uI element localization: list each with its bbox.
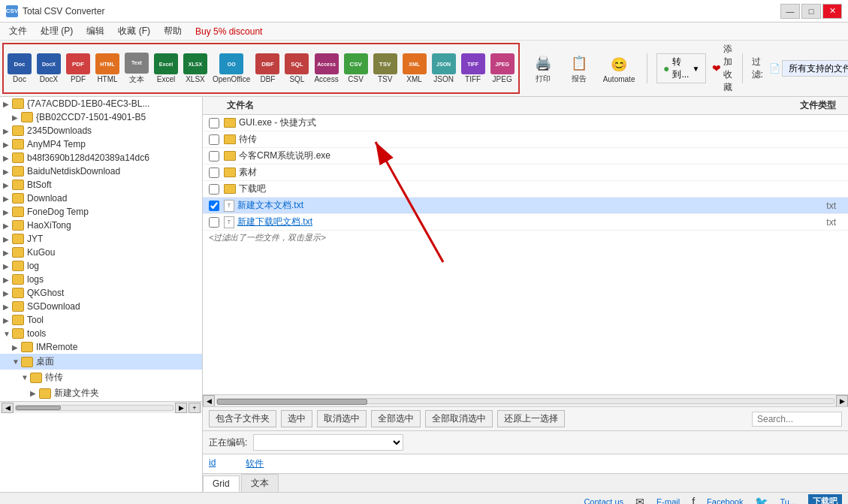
- file-checkbox[interactable]: [209, 118, 219, 128]
- close-button[interactable]: ✕: [822, 4, 842, 19]
- tree-item-t5[interactable]: ▶ b48f3690b128d420389a14dc6: [0, 151, 202, 164]
- format-tiff-button[interactable]: TIFF TIFF: [459, 52, 487, 85]
- scroll-left-button[interactable]: ◀: [2, 403, 14, 413]
- minimize-button[interactable]: —: [780, 4, 800, 19]
- convert-button[interactable]: ● 转到... ▼: [656, 53, 706, 83]
- file-row[interactable]: 素材: [203, 164, 848, 181]
- format-jpeg-button[interactable]: JPEG JPEG: [488, 52, 517, 85]
- format-access-button[interactable]: Access Access: [312, 52, 340, 85]
- h-scroll-right-button[interactable]: ▶: [836, 395, 848, 407]
- email-link[interactable]: E-mail: [656, 497, 680, 505]
- select-button[interactable]: 选中: [281, 410, 312, 427]
- file-checkbox[interactable]: [209, 134, 219, 145]
- tree-item-t16[interactable]: ▶ SGDownload: [0, 300, 202, 313]
- maximize-button[interactable]: □: [801, 4, 821, 19]
- format-json-button[interactable]: JSON JSON: [430, 52, 458, 85]
- twitter-link[interactable]: Tu...: [780, 497, 796, 505]
- deselect-button[interactable]: 取消选中: [317, 410, 367, 427]
- bottom-tabs: Grid 文本: [203, 473, 848, 492]
- print-button[interactable]: 🖨️ 打印: [528, 51, 558, 86]
- file-list: GUI.exe - 快捷方式 待传 今客CRM系统说明.exe: [203, 115, 848, 394]
- tree-item-t10[interactable]: ▶ HaoXiTong: [0, 219, 202, 232]
- tree-item-t11[interactable]: ▶ JYT: [0, 232, 202, 246]
- restore-button[interactable]: 还原上一选择: [497, 410, 565, 427]
- oo-icon: OO: [219, 53, 243, 74]
- tree-item-t17[interactable]: ▶ Tool: [0, 313, 202, 327]
- select-all-button[interactable]: 全部选中: [371, 410, 421, 427]
- file-row-selected[interactable]: T 新建文本文档.txt txt: [203, 198, 848, 214]
- format-xlsx-button[interactable]: XLSX XLSX: [181, 52, 210, 85]
- format-pdf-button[interactable]: PDF PDF: [64, 52, 92, 85]
- menu-discount[interactable]: Buy 5% discount: [189, 25, 268, 38]
- add-favorite-button[interactable]: ❤ 添加收藏: [712, 43, 733, 94]
- facebook-link[interactable]: Facebook: [707, 497, 743, 505]
- tree-item-t21[interactable]: ▼ 待传: [0, 370, 202, 385]
- file-checkbox[interactable]: [209, 201, 219, 211]
- tree-item-t19[interactable]: ▶ IMRemote: [0, 340, 202, 354]
- format-html-button[interactable]: HTML HTML: [93, 52, 122, 85]
- h-scrollbar: ◀ ▶: [203, 394, 848, 406]
- menu-edit[interactable]: 编辑: [80, 23, 110, 39]
- format-doc-button[interactable]: Doc Doc: [5, 52, 34, 85]
- scroll-right-button[interactable]: ▶: [175, 403, 187, 413]
- file-row[interactable]: 今客CRM系统说明.exe: [203, 148, 848, 164]
- tree-item-t3[interactable]: ▶ 2345Downloads: [0, 124, 202, 137]
- h-scroll-left-button[interactable]: ◀: [203, 395, 215, 407]
- file-checkbox[interactable]: [209, 184, 219, 195]
- file-name: GUI.exe - 快捷方式: [239, 116, 782, 129]
- file-checkbox[interactable]: [209, 217, 219, 228]
- encoding-select[interactable]: [253, 434, 403, 451]
- scroll-add-button[interactable]: +: [189, 403, 201, 413]
- pdf-label: PDF: [71, 75, 86, 83]
- format-oo-button[interactable]: OO OpenOffice: [210, 52, 252, 85]
- file-checkbox[interactable]: [209, 167, 219, 178]
- file-row[interactable]: 下载吧: [203, 181, 848, 198]
- access-label: Access: [314, 75, 338, 83]
- format-docx-button[interactable]: DocX DocX: [35, 52, 63, 85]
- include-subfolders-button[interactable]: 包含子文件夹: [209, 410, 276, 427]
- tree-item-t12[interactable]: ▶ KuGou: [0, 246, 202, 259]
- tree-label: Download: [27, 193, 67, 204]
- format-tsv-button[interactable]: TSV TSV: [371, 52, 400, 85]
- print-icon: 🖨️: [531, 53, 555, 74]
- tab-text[interactable]: 文本: [241, 474, 279, 492]
- contact-link[interactable]: Contact us: [584, 497, 623, 505]
- tree-item-t13[interactable]: ▶ log: [0, 259, 202, 273]
- col-id[interactable]: id: [209, 457, 216, 470]
- tree-item-t15[interactable]: ▶ QKGhost: [0, 286, 202, 300]
- file-row[interactable]: T 新建下载吧文档.txt txt: [203, 214, 848, 231]
- format-dbf-button[interactable]: DBF DBF: [253, 52, 282, 85]
- tree-item-t20[interactable]: ▼ 桌面: [0, 354, 202, 370]
- format-text-button[interactable]: Text 文本: [122, 51, 151, 86]
- file-row[interactable]: 待传: [203, 131, 848, 148]
- folder-icon: [12, 152, 24, 163]
- deselect-all-button[interactable]: 全部取消选中: [425, 410, 493, 427]
- tree-item-t1[interactable]: ▶ {7A7ACBDD-1EB0-4EC3-BL...: [0, 97, 202, 110]
- menu-file[interactable]: 文件: [3, 23, 33, 39]
- tree-item-t9[interactable]: ▶ FoneDog Temp: [0, 205, 202, 219]
- report-button[interactable]: 📋 报告: [564, 51, 594, 86]
- col-software[interactable]: 软件: [246, 457, 264, 470]
- format-excel-button[interactable]: Excel Excel: [152, 52, 180, 85]
- file-checkbox[interactable]: [209, 151, 219, 161]
- left-scrollbar: ◀ ▶ +: [0, 401, 202, 413]
- tree-item-t6[interactable]: ▶ BaiduNetdiskDownload: [0, 164, 202, 178]
- menu-help[interactable]: 帮助: [158, 23, 188, 39]
- menu-favorites[interactable]: 收藏 (F): [112, 23, 156, 39]
- tree-item-t8[interactable]: ▶ Download: [0, 192, 202, 205]
- menu-process[interactable]: 处理 (P): [35, 23, 79, 39]
- file-row[interactable]: GUI.exe - 快捷方式: [203, 115, 848, 131]
- tree-item-t18[interactable]: ▼ tools: [0, 327, 202, 340]
- tree-item-t4[interactable]: ▶ AnyMP4 Temp: [0, 137, 202, 151]
- tree-item-t22[interactable]: ▶ 新建文件夹: [0, 385, 202, 401]
- format-csv-button[interactable]: CSV CSV: [342, 52, 370, 85]
- tab-grid[interactable]: Grid: [203, 475, 240, 492]
- tree-item-t7[interactable]: ▶ BtSoft: [0, 178, 202, 192]
- search-input[interactable]: [752, 412, 842, 427]
- tree-item-t2[interactable]: ▶ {BB02CCD7-1501-4901-B5: [0, 110, 202, 124]
- format-xml-button[interactable]: XML XML: [400, 52, 429, 85]
- format-sql-button[interactable]: SQL SQL: [282, 52, 311, 85]
- tree-item-t14[interactable]: ▶ logs: [0, 273, 202, 286]
- automate-button[interactable]: 😊 Automate: [600, 53, 638, 85]
- filter-dropdown[interactable]: 所有支持的文件: [782, 60, 848, 77]
